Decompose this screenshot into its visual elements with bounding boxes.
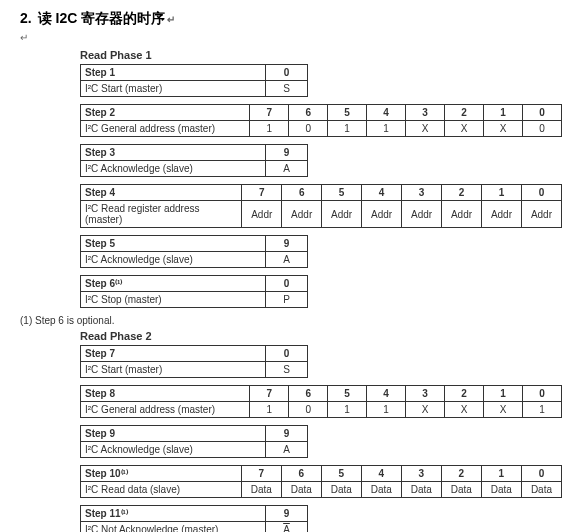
bit-header: 4 — [361, 466, 401, 482]
bit-value: 1 — [250, 121, 289, 137]
bit-header: 6 — [282, 185, 322, 201]
step-table: Step 10⁽¹⁾76543210I²C Read data (slave)D… — [80, 465, 562, 498]
bit-value: Data — [481, 482, 521, 498]
bit-header: 1 — [481, 466, 521, 482]
bit-header: 0 — [521, 466, 561, 482]
bit-value: 1 — [523, 402, 562, 418]
bit-header: 0 — [521, 185, 561, 201]
bit-header: 2 — [445, 386, 484, 402]
bit-value: S — [266, 81, 308, 97]
bit-header: 5 — [322, 185, 362, 201]
step-label: Step 1 — [81, 65, 266, 81]
bit-header: 5 — [328, 386, 367, 402]
bit-value: S — [266, 362, 308, 378]
bit-header: 3 — [401, 466, 441, 482]
bit-header: 7 — [241, 466, 281, 482]
bit-header: 7 — [250, 105, 289, 121]
bit-header: 9 — [266, 506, 308, 522]
bit-header: 2 — [441, 466, 481, 482]
bit-value: X — [405, 402, 444, 418]
step-desc: I²C Start (master) — [81, 81, 266, 97]
bit-value: Addr — [442, 201, 482, 228]
step-label: Step 3 — [81, 145, 266, 161]
step-table: Step 10I²C Start (master)S — [80, 64, 308, 97]
bit-header: 9 — [266, 236, 308, 252]
section-number: 2. — [20, 10, 32, 26]
bit-header: 6 — [289, 386, 328, 402]
bit-value: Data — [441, 482, 481, 498]
bit-value: X — [445, 121, 484, 137]
step-desc: I²C Acknowledge (slave) — [81, 252, 266, 268]
step-label: Step 10⁽¹⁾ — [81, 466, 242, 482]
step-label: Step 11⁽¹⁾ — [81, 506, 266, 522]
step-label: Step 5 — [81, 236, 266, 252]
footnote1: (1) Step 6 is optional. — [20, 315, 562, 326]
phase1-title: Read Phase 1 — [80, 49, 562, 61]
bit-header: 9 — [266, 426, 308, 442]
bit-value: 0 — [523, 121, 562, 137]
bit-value: Addr — [402, 201, 442, 228]
bit-value: 1 — [250, 402, 289, 418]
bit-value: A — [266, 442, 308, 458]
phase2-title: Read Phase 2 — [80, 330, 562, 342]
bit-value: Addr — [481, 201, 521, 228]
bit-header: 1 — [484, 386, 523, 402]
bit-header: 7 — [242, 185, 282, 201]
phase2-tables: Step 70I²C Start (master)SStep 876543210… — [80, 345, 562, 532]
bit-header: 6 — [289, 105, 328, 121]
step-label: Step 4 — [81, 185, 242, 201]
bit-header: 4 — [367, 386, 406, 402]
bit-value: X — [445, 402, 484, 418]
bit-header: 0 — [266, 276, 308, 292]
bit-value: Addr — [362, 201, 402, 228]
phase2-block: Step 70I²C Start (master)SStep 876543210… — [80, 345, 562, 532]
step-desc: I²C General address (master) — [81, 121, 250, 137]
step-table: Step 11⁽¹⁾9I²C Not Acknowledge (master)A — [80, 505, 308, 532]
bit-header: 1 — [481, 185, 521, 201]
bit-value: Data — [401, 482, 441, 498]
step-table: Step 276543210I²C General address (maste… — [80, 104, 562, 137]
step-desc: I²C Stop (master) — [81, 292, 266, 308]
step-desc: I²C Read data (slave) — [81, 482, 242, 498]
bit-value: Data — [521, 482, 561, 498]
bit-value: 1 — [367, 121, 406, 137]
bit-header: 5 — [321, 466, 361, 482]
step-desc: I²C Acknowledge (slave) — [81, 442, 266, 458]
step-table: Step 59I²C Acknowledge (slave)A — [80, 235, 308, 268]
bit-header: 3 — [402, 185, 442, 201]
step-desc: I²C Start (master) — [81, 362, 266, 378]
bit-value: Data — [281, 482, 321, 498]
step-table: Step 99I²C Acknowledge (slave)A — [80, 425, 308, 458]
bit-value: Addr — [242, 201, 282, 228]
bit-header: 0 — [266, 65, 308, 81]
step-table: Step 6⁽¹⁾0I²C Stop (master)P — [80, 275, 308, 308]
bit-header: 4 — [367, 105, 406, 121]
bit-value: X — [484, 402, 523, 418]
step-desc: I²C Not Acknowledge (master) — [81, 522, 266, 533]
bit-value: Data — [241, 482, 281, 498]
step-label: Step 6⁽¹⁾ — [81, 276, 266, 292]
step-table: Step 876543210I²C General address (maste… — [80, 385, 562, 418]
return-icon: ↵ — [20, 32, 562, 43]
bit-value: A — [266, 161, 308, 177]
step-desc: I²C Read register address (master) — [81, 201, 242, 228]
step-table: Step 39I²C Acknowledge (slave)A — [80, 144, 308, 177]
bit-value: 1 — [328, 402, 367, 418]
bit-header: 3 — [405, 105, 444, 121]
step-table: Step 70I²C Start (master)S — [80, 345, 308, 378]
step-label: Step 7 — [81, 346, 266, 362]
bit-header: 2 — [442, 185, 482, 201]
bit-header: 0 — [523, 105, 562, 121]
bit-header: 3 — [405, 386, 444, 402]
bit-value: Addr — [282, 201, 322, 228]
step-table: Step 476543210I²C Read register address … — [80, 184, 562, 228]
bit-value: 0 — [289, 402, 328, 418]
bit-value: Data — [321, 482, 361, 498]
bit-header: 0 — [523, 386, 562, 402]
bit-value: 1 — [328, 121, 367, 137]
step-desc: I²C General address (master) — [81, 402, 250, 418]
bit-header: 1 — [484, 105, 523, 121]
step-desc: I²C Acknowledge (slave) — [81, 161, 266, 177]
bit-value: X — [405, 121, 444, 137]
bit-header: 0 — [266, 346, 308, 362]
